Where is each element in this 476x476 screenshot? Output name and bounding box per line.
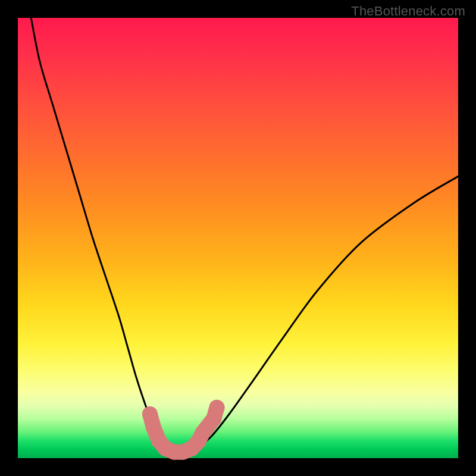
marker-dot — [195, 425, 211, 440]
marker-dot — [142, 406, 158, 422]
chart-svg — [18, 18, 458, 458]
bottleneck-curve — [31, 18, 458, 453]
marker-cluster — [142, 400, 224, 460]
watermark-text: TheBottleneck.com — [351, 4, 465, 19]
marker-dot — [146, 419, 161, 435]
plot-area — [18, 18, 458, 458]
marker-dot — [209, 400, 224, 415]
chart-frame: TheBottleneck.com — [0, 0, 476, 476]
